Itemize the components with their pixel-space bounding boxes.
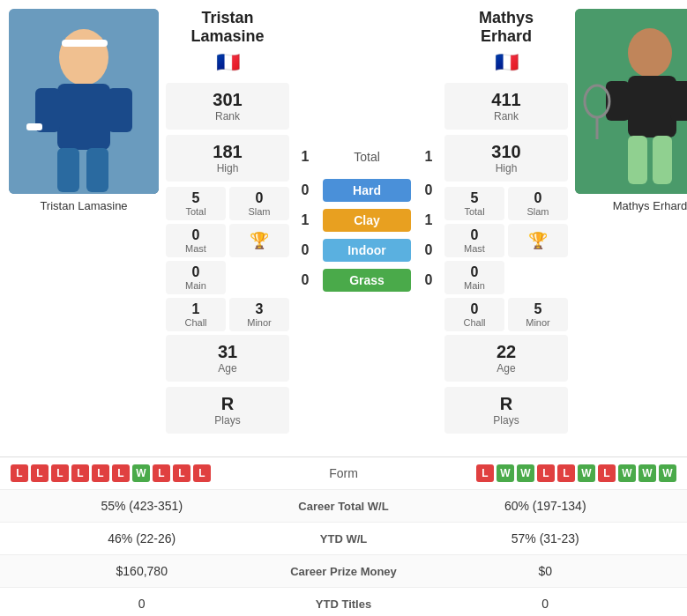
svg-rect-6: [86, 148, 108, 192]
right-stats-grid: 5 Total 0 Slam 0 Mast 🏆 0 Main: [444, 187, 568, 294]
form-label: Form: [273, 466, 414, 480]
right-player-flag: 🇫🇷: [495, 51, 519, 74]
grass-left-score: 0: [296, 272, 314, 288]
surface-row-hard: 0 Hard 0: [296, 179, 437, 202]
left-minor-cell: 3 Minor: [229, 298, 289, 331]
middle-section: 1 Total 1 0 Hard 0 1 Clay 1 0 Indoor: [296, 9, 437, 439]
stat-row-prize-money: $160,780 Career Prize Money $0: [0, 555, 687, 588]
left-form-2: L: [51, 464, 69, 482]
total-label: Total: [323, 150, 411, 164]
left-high-box: 181 High: [166, 135, 289, 182]
left-rank-val: 301: [176, 90, 279, 110]
right-form-3: L: [537, 464, 555, 482]
prize-money-left: $160,780: [11, 564, 273, 578]
left-form-4: L: [92, 464, 109, 482]
left-player-photo-name: Tristan Lamasine: [40, 199, 127, 212]
left-high-lbl: High: [176, 162, 279, 174]
hard-badge: Hard: [323, 179, 411, 202]
surface-rows: 0 Hard 0 1 Clay 1 0 Indoor 0 0 Grass: [296, 179, 437, 299]
svg-rect-15: [653, 136, 672, 184]
svg-rect-14: [628, 136, 647, 184]
left-trophy-icon: 🏆: [250, 231, 269, 250]
right-minor-cell: 5 Minor: [508, 298, 568, 331]
left-player-flag: 🇫🇷: [216, 51, 240, 74]
right-form-6: L: [598, 464, 616, 482]
right-chall-cell: 0 Chall: [444, 298, 504, 331]
svg-point-10: [628, 28, 672, 78]
left-form-6: W: [132, 464, 150, 482]
svg-rect-5: [57, 148, 79, 192]
left-rank-box: 301 Rank: [166, 83, 289, 130]
right-player-stats: MathysErhard 🇫🇷 411 Rank 310 High 5 Tota…: [444, 9, 568, 439]
total-right-score: 1: [420, 149, 437, 165]
grass-badge: Grass: [323, 269, 411, 292]
left-main-cell: 0 Main: [166, 261, 226, 294]
svg-rect-13: [670, 81, 687, 121]
surface-row-clay: 1 Clay 1: [296, 209, 437, 232]
right-total-cell: 5 Total: [444, 187, 504, 220]
total-row: 1 Total 1: [296, 149, 437, 165]
hard-left-score: 0: [296, 182, 314, 198]
left-high-val: 181: [176, 142, 279, 162]
left-slam-cell: 0 Slam: [229, 187, 289, 220]
svg-rect-7: [62, 40, 108, 47]
left-form-8: L: [173, 464, 190, 482]
ytd-titles-label: YTD Titles: [273, 597, 414, 611]
left-player-photo: [9, 9, 159, 194]
ytd-titles-left: 0: [11, 597, 273, 611]
left-form-7: L: [153, 464, 170, 482]
left-rank-lbl: Rank: [176, 110, 279, 122]
clay-left-score: 1: [296, 212, 314, 228]
indoor-badge: Indoor: [323, 239, 411, 262]
hard-right-score: 0: [420, 182, 437, 198]
right-player-name: MathysErhard: [479, 9, 534, 46]
stat-row-career-total: 55% (423-351) Career Total W/L 60% (197-…: [0, 490, 687, 523]
right-plays-box: R Plays: [444, 387, 568, 434]
right-form-1: W: [497, 464, 514, 482]
right-slam-cell: 0 Slam: [508, 187, 568, 220]
form-row: L L L L L L W L L L Form L W W L L W L W: [0, 457, 687, 490]
grass-right-score: 0: [420, 272, 437, 288]
left-player-name: TristanLamasine: [190, 9, 264, 46]
main-container: Tristan Lamasine TristanLamasine 🇫🇷 301 …: [0, 0, 687, 616]
left-form-0: L: [11, 464, 28, 482]
left-total-cell: 5 Total: [166, 187, 226, 220]
right-form-badges: L W W L L W L W W W: [414, 464, 677, 482]
right-mast-cell: 0 Mast: [444, 224, 504, 257]
right-rank-box: 411 Rank: [444, 83, 568, 130]
ytd-wl-left: 46% (22-26): [11, 531, 273, 545]
left-form-1: L: [31, 464, 49, 482]
right-high-box: 310 High: [444, 135, 568, 182]
ytd-wl-label: YTD W/L: [273, 532, 414, 545]
right-player-photo-name: Mathys Erhard: [613, 199, 687, 212]
left-form-3: L: [71, 464, 89, 482]
career-total-label: Career Total W/L: [273, 500, 414, 513]
svg-rect-8: [26, 123, 42, 130]
left-stats-grid: 5 Total 0 Slam 0 Mast 🏆 0 Main: [166, 187, 289, 294]
career-total-left: 55% (423-351): [11, 499, 273, 513]
right-form-8: W: [638, 464, 656, 482]
left-mast-cell: 0 Mast: [166, 224, 226, 257]
indoor-left-score: 0: [296, 242, 314, 258]
left-form-5: L: [112, 464, 130, 482]
right-player-photo: [575, 9, 687, 194]
career-total-right: 60% (197-134): [414, 499, 677, 513]
stat-row-ytd-wl: 46% (22-26) YTD W/L 57% (31-23): [0, 523, 687, 555]
ytd-wl-right: 57% (31-23): [414, 531, 677, 545]
prize-money-right: $0: [414, 564, 677, 578]
svg-rect-2: [57, 84, 110, 150]
left-stats-grid2: 1 Chall 3 Minor: [166, 298, 289, 331]
right-form-4: L: [557, 464, 575, 482]
stat-row-ytd-titles: 0 YTD Titles 0: [0, 588, 687, 616]
clay-right-score: 1: [420, 212, 437, 228]
surface-row-indoor: 0 Indoor 0: [296, 239, 437, 262]
bottom-section: L L L L L L W L L L Form L W W L L W L W: [0, 456, 687, 616]
right-stats-grid2: 0 Chall 5 Minor: [444, 298, 568, 331]
top-section: Tristan Lamasine TristanLamasine 🇫🇷 301 …: [0, 0, 687, 448]
indoor-right-score: 0: [420, 242, 437, 258]
right-form-9: W: [659, 464, 676, 482]
right-form-0: L: [476, 464, 494, 482]
ytd-titles-right: 0: [414, 597, 677, 611]
left-player-photo-col: Tristan Lamasine: [9, 9, 159, 439]
right-trophy-cell: 🏆: [508, 224, 568, 257]
